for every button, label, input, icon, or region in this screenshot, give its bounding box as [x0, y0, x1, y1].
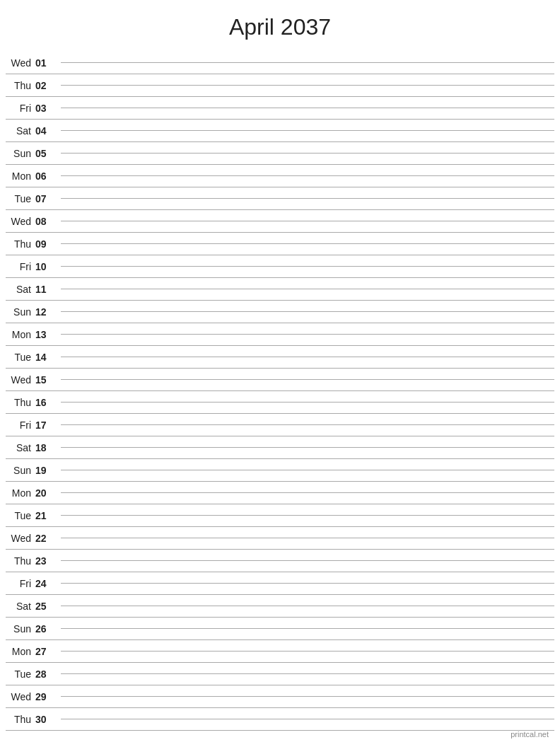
- day-line: [61, 379, 554, 380]
- table-row: Sun12: [6, 301, 554, 323]
- table-row: Sun05: [6, 142, 554, 165]
- day-name: Sat: [6, 601, 35, 612]
- day-name: Sun: [6, 148, 35, 159]
- day-line: [61, 289, 554, 289]
- day-name: Wed: [6, 216, 35, 227]
- day-line: [61, 153, 554, 154]
- day-name: Mon: [6, 329, 35, 340]
- day-number: 24: [35, 578, 55, 589]
- day-name: Fri: [6, 261, 35, 272]
- table-row: Tue21: [6, 504, 554, 527]
- day-line: [61, 62, 554, 63]
- table-row: Wed15: [6, 369, 554, 391]
- day-line: [61, 583, 554, 584]
- day-line: [61, 606, 554, 606]
- day-line: [61, 357, 554, 357]
- day-name: Tue: [6, 510, 35, 521]
- table-row: Fri24: [6, 572, 554, 595]
- day-line: [61, 402, 554, 403]
- day-number: 05: [35, 148, 55, 159]
- day-number: 08: [35, 216, 55, 227]
- table-row: Fri10: [6, 255, 554, 278]
- day-number: 26: [35, 623, 55, 635]
- day-number: 29: [35, 691, 55, 702]
- day-name: Sun: [6, 623, 35, 635]
- table-row: Sat04: [6, 120, 554, 142]
- day-name: Tue: [6, 193, 35, 204]
- table-row: Sat18: [6, 436, 554, 459]
- day-name: Fri: [6, 578, 35, 589]
- day-name: Sat: [6, 125, 35, 137]
- day-number: 19: [35, 465, 55, 476]
- day-number: 16: [35, 397, 55, 408]
- day-name: Wed: [6, 57, 35, 69]
- page-title: April 2037: [0, 0, 560, 52]
- day-number: 22: [35, 533, 55, 544]
- table-row: Wed01: [6, 52, 554, 74]
- day-name: Wed: [6, 691, 35, 702]
- day-line: [61, 175, 554, 176]
- day-line: [61, 719, 554, 719]
- day-line: [61, 560, 554, 561]
- table-row: Sat11: [6, 278, 554, 301]
- day-number: 25: [35, 601, 55, 612]
- day-name: Sun: [6, 306, 35, 318]
- day-name: Mon: [6, 170, 35, 182]
- day-line: [61, 538, 554, 538]
- table-row: Sat25: [6, 595, 554, 618]
- table-row: Thu09: [6, 233, 554, 255]
- table-row: Mon27: [6, 640, 554, 663]
- day-number: 17: [35, 419, 55, 431]
- day-name: Wed: [6, 533, 35, 544]
- day-line: [61, 130, 554, 131]
- day-name: Thu: [6, 397, 35, 408]
- day-number: 14: [35, 352, 55, 363]
- day-number: 28: [35, 668, 55, 680]
- day-number: 13: [35, 329, 55, 340]
- day-line: [61, 651, 554, 652]
- day-line: [61, 470, 554, 470]
- day-name: Thu: [6, 555, 35, 567]
- table-row: Thu23: [6, 550, 554, 572]
- day-name: Wed: [6, 374, 35, 386]
- day-number: 21: [35, 510, 55, 521]
- day-number: 01: [35, 57, 55, 69]
- day-name: Sat: [6, 284, 35, 295]
- day-line: [61, 221, 554, 221]
- table-row: Tue28: [6, 663, 554, 685]
- day-number: 07: [35, 193, 55, 204]
- day-name: Sun: [6, 465, 35, 476]
- day-number: 15: [35, 374, 55, 386]
- table-row: Sun26: [6, 618, 554, 640]
- day-number: 11: [35, 284, 55, 295]
- day-number: 27: [35, 646, 55, 657]
- day-name: Thu: [6, 238, 35, 250]
- day-line: [61, 628, 554, 629]
- day-line: [61, 198, 554, 199]
- day-line: [61, 243, 554, 244]
- table-row: Wed08: [6, 210, 554, 233]
- day-number: 23: [35, 555, 55, 567]
- day-name: Tue: [6, 668, 35, 680]
- day-line: [61, 673, 554, 674]
- table-row: Wed22: [6, 527, 554, 550]
- day-line: [61, 334, 554, 335]
- table-row: Mon20: [6, 482, 554, 504]
- day-line: [61, 447, 554, 448]
- table-row: Fri17: [6, 414, 554, 436]
- day-name: Tue: [6, 352, 35, 363]
- table-row: Wed29: [6, 685, 554, 708]
- day-name: Mon: [6, 646, 35, 657]
- table-row: Tue14: [6, 346, 554, 369]
- table-row: Thu30: [6, 708, 554, 731]
- day-number: 04: [35, 125, 55, 137]
- day-name: Fri: [6, 419, 35, 431]
- day-name: Fri: [6, 103, 35, 114]
- day-number: 03: [35, 103, 55, 114]
- day-number: 02: [35, 80, 55, 91]
- day-number: 06: [35, 170, 55, 182]
- day-number: 09: [35, 238, 55, 250]
- day-line: [61, 266, 554, 267]
- day-number: 20: [35, 487, 55, 499]
- day-number: 12: [35, 306, 55, 318]
